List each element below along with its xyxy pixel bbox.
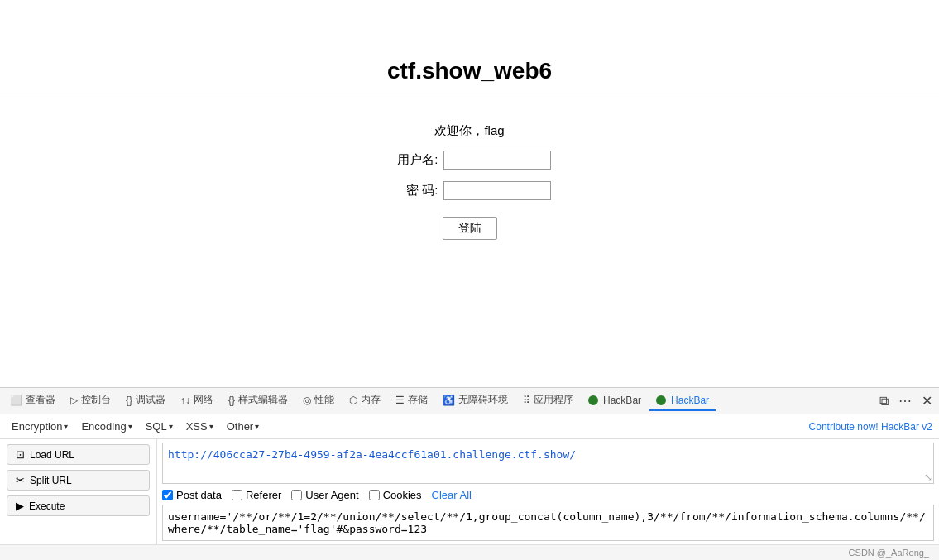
- tab-accessibility-label: 无障碍环境: [458, 393, 508, 407]
- tab-network-label: 网络: [194, 393, 213, 407]
- user-agent-checkbox-label[interactable]: User Agent: [291, 489, 358, 501]
- page-title: ctf.show_web6: [387, 58, 552, 84]
- style-editor-icon: {}: [228, 395, 235, 406]
- hackbar-left-panel: ⊡ Load URL ✂ Split URL ▶ Execute: [0, 439, 157, 544]
- cookies-checkbox[interactable]: [369, 490, 380, 500]
- load-url-icon: ⊡: [16, 448, 25, 461]
- xss-menu-button[interactable]: XSS: [181, 418, 218, 435]
- devtools-right-controls: ⧉ ⋯ ✕: [876, 391, 936, 410]
- load-url-label: Load URL: [30, 449, 74, 461]
- sql-menu: SQL: [141, 418, 178, 435]
- devtools-tabs: ⬜ 查看器 ▷ 控制台 {} 调试器 ↑↓ 网络 {} 样式编辑器 ◎ 性能 ⬡…: [0, 388, 939, 414]
- close-devtools-button[interactable]: ✕: [918, 391, 936, 410]
- encryption-menu-button[interactable]: Encryption: [7, 418, 73, 435]
- split-url-icon: ✂: [16, 474, 25, 486]
- hackbar1-dot-icon: [588, 395, 598, 405]
- user-agent-checkbox[interactable]: [291, 490, 302, 500]
- encoding-menu: Encoding: [76, 418, 137, 435]
- post-data-checkbox[interactable]: [162, 490, 173, 500]
- tab-style-editor[interactable]: {} 样式编辑器: [222, 390, 295, 412]
- resize-handle-icon: ⤡: [924, 472, 932, 482]
- password-row: 密 码:: [389, 181, 551, 200]
- tab-debugger-label: 调试器: [136, 393, 165, 407]
- devtools-panel: ⬜ 查看器 ▷ 控制台 {} 调试器 ↑↓ 网络 {} 样式编辑器 ◎ 性能 ⬡…: [0, 387, 939, 560]
- cookies-checkbox-label[interactable]: Cookies: [369, 489, 422, 501]
- url-display-box[interactable]: http://406cca27-27b4-4959-af2a-4ea4ccf61…: [162, 443, 934, 484]
- cookies-label: Cookies: [383, 489, 422, 501]
- post-data-checkbox-label[interactable]: Post data: [162, 489, 222, 501]
- hackbar-right-panel: http://406cca27-27b4-4959-af2a-4ea4ccf61…: [157, 439, 939, 544]
- tab-storage-label: 存储: [408, 393, 428, 407]
- password-input[interactable]: [443, 181, 551, 200]
- clear-all-button[interactable]: Clear All: [432, 489, 472, 501]
- tab-network[interactable]: ↑↓ 网络: [174, 390, 220, 412]
- load-url-button[interactable]: ⊡ Load URL: [7, 444, 150, 465]
- user-agent-label: User Agent: [305, 489, 358, 501]
- tab-debugger[interactable]: {} 调试器: [119, 390, 172, 412]
- login-button[interactable]: 登陆: [443, 217, 497, 240]
- tab-application[interactable]: ⠿ 应用程序: [516, 390, 580, 412]
- more-tools-button[interactable]: ⋯: [895, 391, 915, 410]
- tab-accessibility[interactable]: ♿ 无障碍环境: [436, 390, 515, 412]
- contribute-link[interactable]: Contribute now! HackBar v2: [809, 421, 932, 433]
- tab-hackbar-2[interactable]: HackBar: [649, 391, 716, 411]
- execute-icon: ▶: [16, 500, 24, 512]
- url-container: http://406cca27-27b4-4959-af2a-4ea4ccf61…: [162, 443, 934, 484]
- encoding-menu-button[interactable]: Encoding: [76, 418, 137, 435]
- referer-label: Referer: [246, 489, 281, 501]
- username-label: 用户名:: [389, 152, 438, 168]
- referer-checkbox[interactable]: [232, 490, 242, 500]
- post-data-label: Post data: [176, 489, 222, 501]
- other-menu: Other: [222, 418, 265, 435]
- split-url-button[interactable]: ✂ Split URL: [7, 470, 150, 491]
- memory-icon: ⬡: [349, 395, 357, 406]
- tab-hackbar-1[interactable]: HackBar: [582, 391, 648, 411]
- execute-label: Execute: [29, 500, 65, 512]
- tab-inspector[interactable]: ⬜ 查看器: [3, 390, 62, 412]
- tab-memory-label: 内存: [361, 393, 381, 407]
- bottom-watermark-bar: CSDN @_AaRong_: [0, 544, 939, 560]
- sql-menu-button[interactable]: SQL: [141, 418, 178, 435]
- tab-hackbar1-label: HackBar: [603, 395, 641, 406]
- watermark-text: CSDN @_AaRong_: [849, 548, 929, 558]
- split-url-label: Split URL: [30, 475, 72, 486]
- tab-performance-label: 性能: [314, 393, 334, 407]
- username-input[interactable]: [443, 151, 551, 170]
- url-text: http://406cca27-27b4-4959-af2a-4ea4ccf61…: [168, 448, 576, 461]
- main-content: ctf.show_web6 欢迎你，flag 用户名: 密 码: 登陆: [0, 0, 939, 298]
- tab-application-label: 应用程序: [534, 393, 573, 407]
- welcome-text: 欢迎你，flag: [434, 123, 504, 139]
- post-data-value: username='/**/or/**/1=2/**/union/**/sele…: [168, 510, 926, 535]
- inspector-icon: ⬜: [10, 395, 22, 406]
- divider: [0, 98, 939, 98]
- password-label: 密 码:: [389, 183, 438, 199]
- accessibility-icon: ♿: [443, 395, 455, 406]
- hackbar2-dot-icon: [656, 395, 666, 405]
- hackbar-toolbar: Encryption Encoding SQL XSS Other Contri…: [0, 414, 939, 439]
- hackbar-body: ⊡ Load URL ✂ Split URL ▶ Execute http://…: [0, 439, 939, 544]
- other-menu-button[interactable]: Other: [222, 418, 265, 435]
- encryption-menu: Encryption: [7, 418, 73, 435]
- hackbar-checkboxes: Post data Referer User Agent Cookies Cle…: [162, 484, 934, 505]
- tab-storage[interactable]: ☰ 存储: [389, 390, 434, 412]
- username-row: 用户名:: [389, 151, 551, 170]
- xss-menu: XSS: [181, 418, 218, 435]
- storage-icon: ☰: [395, 395, 405, 406]
- tab-hackbar2-label: HackBar: [671, 395, 709, 406]
- tab-performance[interactable]: ◎ 性能: [296, 390, 341, 412]
- tab-memory[interactable]: ⬡ 内存: [343, 390, 387, 412]
- referer-checkbox-label[interactable]: Referer: [232, 489, 281, 501]
- tab-inspector-label: 查看器: [26, 393, 55, 407]
- split-console-button[interactable]: ⧉: [876, 392, 892, 410]
- console-icon: ▷: [70, 395, 78, 406]
- network-icon: ↑↓: [180, 395, 190, 406]
- tab-console[interactable]: ▷ 控制台: [64, 390, 117, 412]
- performance-icon: ◎: [303, 395, 311, 406]
- post-data-box[interactable]: username='/**/or/**/1=2/**/union/**/sele…: [162, 505, 934, 541]
- application-icon: ⠿: [523, 395, 530, 406]
- execute-button[interactable]: ▶ Execute: [7, 495, 150, 516]
- tab-console-label: 控制台: [81, 393, 111, 407]
- debugger-icon: {}: [126, 395, 132, 406]
- tab-style-editor-label: 样式编辑器: [238, 393, 288, 407]
